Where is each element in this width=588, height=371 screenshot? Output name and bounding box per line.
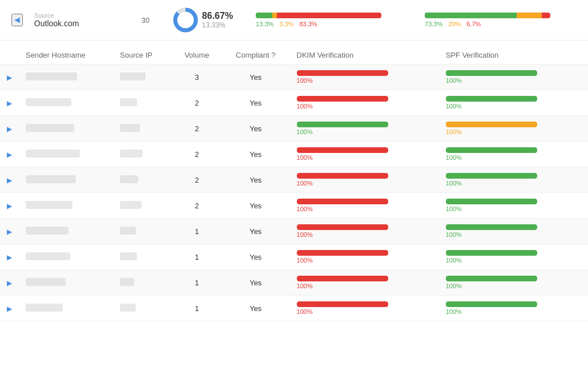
spf-bar-track (446, 122, 537, 127)
hostname-blurred (26, 201, 73, 209)
dkim-yellow-label: 3.3% (279, 21, 293, 27)
table-row: ▶2Yes 100% 100% (0, 90, 588, 116)
table-header-row: Sender Hostname Source IP Volume Complia… (0, 46, 588, 64)
hostname-blurred (26, 98, 71, 106)
td-compliant: Yes (221, 116, 290, 142)
ip-blurred (120, 278, 134, 286)
ip-blurred (120, 150, 143, 158)
td-sender-hostname (19, 90, 113, 116)
hostname-blurred (26, 72, 77, 80)
td-source-ip (113, 116, 172, 142)
dkim-pct-label: 100% (297, 308, 432, 315)
td-compliant: Yes (221, 244, 290, 270)
hostname-blurred (26, 252, 70, 260)
dkim-bar-fill (297, 96, 388, 102)
th-source-ip: Source IP (113, 46, 172, 64)
td-spf: 100% (439, 142, 588, 167)
td-compliant: Yes (221, 90, 290, 116)
dkim-bar-fill (297, 224, 388, 230)
dkim-bar-fill (297, 122, 388, 127)
dkim-pct-label: 100% (297, 103, 432, 110)
ip-blurred (120, 201, 142, 209)
row-expand-button[interactable]: ▶ (7, 151, 12, 159)
td-spf: 100% (439, 270, 588, 296)
td-sender-hostname (19, 270, 113, 296)
td-sender-hostname (19, 64, 113, 90)
td-source-ip (113, 193, 172, 219)
spf-bar-cell: 100% (446, 199, 581, 212)
dkim-bar-cell: 100% (297, 250, 432, 264)
dkim-bar-fill (297, 301, 388, 307)
hostname-blurred (26, 150, 80, 158)
spf-pct-label: 100% (446, 180, 581, 187)
row-expand-button[interactable]: ▶ (7, 74, 12, 82)
source-name: Outlook.com (34, 19, 108, 28)
row-expand-button[interactable]: ▶ (7, 99, 12, 107)
dkim-bar-fill (297, 147, 388, 153)
header-bar: ◄ Source Outlook.com 30 86.67% 13.33% (0, 0, 588, 41)
dkim-bar-cell: 100% (297, 96, 432, 110)
dkim-pct-label: 100% (297, 180, 432, 187)
td-spf: 100% (439, 64, 588, 90)
td-volume: 2 (172, 116, 221, 142)
hostname-blurred (26, 227, 69, 235)
table-row: ▶1Yes 100% 100% (0, 270, 588, 296)
spf-header-bar-section: 73.3% 20% 6.7% (425, 13, 577, 27)
spf-bar-track (446, 147, 537, 153)
spf-header-bar (425, 13, 550, 18)
row-expand-button[interactable]: ▶ (7, 176, 12, 184)
row-expand-button[interactable]: ▶ (7, 202, 12, 210)
td-source-ip (113, 244, 172, 270)
dkim-green-label: 13.3% (256, 21, 273, 27)
dkim-pct-label: 100% (297, 283, 432, 289)
table-row: ▶3Yes 100% 100% (0, 64, 588, 90)
td-volume: 1 (172, 219, 221, 244)
dkim-bar-track (297, 147, 388, 153)
hostname-blurred (26, 304, 63, 312)
row-expand-button[interactable]: ▶ (7, 305, 12, 313)
spf-bar-track (446, 173, 537, 179)
td-sender-hostname (19, 219, 113, 244)
spf-bar-track (446, 224, 537, 230)
dkim-bar-track (297, 224, 388, 230)
row-expand-button[interactable]: ▶ (7, 228, 12, 236)
row-expand-button[interactable]: ▶ (7, 279, 12, 287)
td-compliant: Yes (221, 270, 290, 296)
main-table-container: Sender Hostname Source IP Volume Complia… (0, 41, 588, 327)
dkim-header-bar-labels: 13.3% 3.3% 83.3% (256, 21, 408, 27)
ip-blurred (120, 98, 137, 106)
spf-bar-fill (446, 96, 537, 102)
dkim-pct-label: 100% (297, 128, 432, 135)
spf-bar-track (446, 301, 537, 307)
spf-bar-red-segment (542, 13, 550, 18)
spf-pct-label: 100% (446, 128, 581, 135)
back-arrow-button[interactable]: ◄ (11, 14, 23, 26)
row-expand-button[interactable]: ▶ (7, 125, 12, 133)
th-sender-hostname: Sender Hostname (19, 46, 113, 64)
bar-yellow-segment (272, 13, 276, 18)
td-compliant: Yes (221, 193, 290, 219)
spf-bar-track (446, 199, 537, 204)
spf-bar-fill (446, 173, 537, 179)
td-source-ip (113, 296, 172, 321)
spf-bar-cell: 100% (446, 250, 581, 264)
td-sender-hostname (19, 167, 113, 193)
td-sender-hostname (19, 142, 113, 167)
td-source-ip (113, 64, 172, 90)
spf-bar-yellow-segment (517, 13, 542, 18)
spf-bar-cell: 100% (446, 173, 581, 187)
donut-chart-section: 86.67% 13.33% (166, 6, 233, 34)
spf-bar-green-segment (425, 13, 517, 18)
spf-bar-cell: 100% (446, 122, 581, 135)
td-spf: 100% (439, 244, 588, 270)
td-volume: 1 (172, 270, 221, 296)
row-expand-button[interactable]: ▶ (7, 253, 12, 261)
dkim-bar-cell: 100% (297, 276, 432, 289)
donut-main-pct: 86.67% (202, 11, 233, 21)
ip-blurred (120, 175, 138, 183)
spf-bar-cell: 100% (446, 70, 581, 84)
ip-blurred (120, 227, 136, 235)
td-dkim: 100% (290, 90, 439, 116)
td-dkim: 100% (290, 296, 439, 321)
dkim-bar-track (297, 250, 388, 256)
